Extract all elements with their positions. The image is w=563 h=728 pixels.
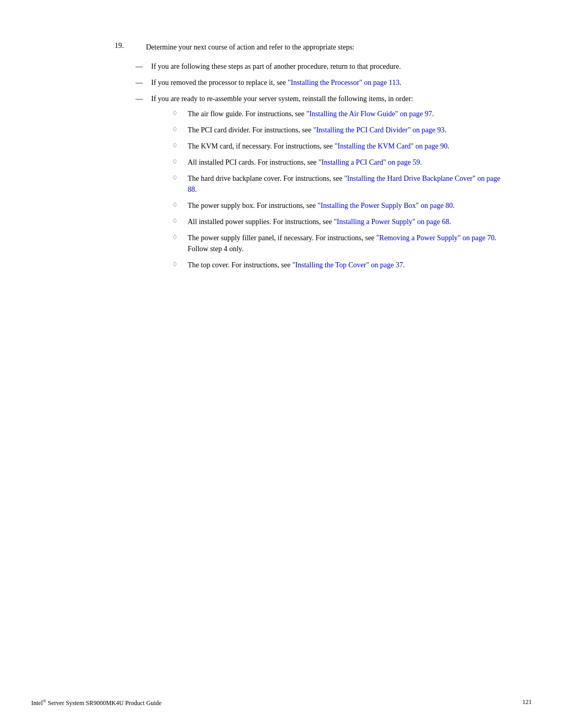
sub-bullet-list: ♢ The air flow guide. For instructions, … (172, 108, 500, 270)
link-pci-divider[interactable]: "Installing the PCI Card Divider" on pag… (313, 126, 445, 134)
dash-2: — (136, 77, 151, 88)
sub-bullet-item-backplane: ♢ The hard drive backplane cover. For in… (172, 173, 500, 195)
link-top-cover[interactable]: "Installing the Top Cover" on page 37 (292, 261, 403, 269)
sub-bullet-item-kvm: ♢ The KVM card, if necessary. For instru… (172, 141, 500, 152)
bullet-text-1: If you are following these steps as part… (151, 61, 401, 72)
diamond-icon-3: ♢ (172, 141, 188, 151)
link-ps-install[interactable]: "Installing a Power Supply" on page 68 (334, 218, 449, 226)
diamond-icon-9: ♢ (172, 260, 188, 269)
link-backplane[interactable]: "Installing the Hard Drive Backplane Cov… (188, 175, 500, 193)
bullet-list: — If you are following these steps as pa… (136, 61, 500, 276)
bullet-item-3: — If you are ready to re-assemble your s… (136, 93, 500, 276)
diamond-icon-6: ♢ (172, 200, 188, 210)
footer-left: Intel® Server System SR9000MK4U Product … (31, 698, 162, 707)
step-number: 19. (115, 42, 146, 53)
step-19: 19. Determine your next course of action… (115, 42, 500, 53)
bullet-text-2: If you removed the processor to replace … (151, 77, 401, 88)
sub-bullet-text-ps-box: The power supply box. For instructions, … (188, 200, 455, 211)
footer-page-number: 121 (522, 698, 532, 707)
sub-bullet-item-airflow: ♢ The air flow guide. For instructions, … (172, 108, 500, 119)
sub-bullet-text-pci-cards: All installed PCI cards. For instruction… (188, 157, 422, 168)
sub-bullet-text-ps-filler: The power supply filler panel, if necess… (188, 232, 500, 254)
diamond-icon-1: ♢ (172, 108, 188, 118)
page: 19. Determine your next course of action… (0, 0, 563, 728)
bullet-text-3: If you are ready to re-assemble your ser… (151, 95, 413, 103)
sub-bullet-text-top-cover: The top cover. For instructions, see "In… (188, 260, 405, 270)
sub-bullet-item-pci-cards: ♢ All installed PCI cards. For instructi… (172, 157, 500, 168)
diamond-icon-8: ♢ (172, 232, 188, 242)
diamond-icon-7: ♢ (172, 216, 188, 226)
link-kvm[interactable]: "Installing the KVM Card" on page 90 (335, 142, 448, 150)
bullet-item-1: — If you are following these steps as pa… (136, 61, 500, 72)
sub-bullet-text-airflow: The air flow guide. For instructions, se… (188, 108, 434, 119)
step-intro-text: Determine your next course of action and… (146, 42, 354, 53)
sub-bullet-text-backplane: The hard drive backplane cover. For inst… (188, 173, 500, 195)
link-airflow[interactable]: "Installing the Air Flow Guide" on page … (306, 110, 432, 118)
diamond-icon-5: ♢ (172, 173, 188, 183)
link-ps-filler[interactable]: "Removing a Power Supply" on page 70 (376, 234, 495, 242)
footer: Intel® Server System SR9000MK4U Product … (0, 698, 563, 707)
sub-bullet-item-ps-install: ♢ All installed power supplies. For inst… (172, 216, 500, 227)
sub-bullet-item-ps-filler: ♢ The power supply filler panel, if nece… (172, 232, 500, 254)
dash-3: — (136, 93, 151, 104)
diamond-icon-4: ♢ (172, 157, 188, 167)
dash-1: — (136, 61, 151, 72)
link-ps-box[interactable]: "Installing the Power Supply Box" on pag… (317, 202, 452, 209)
sub-bullet-item-ps-box: ♢ The power supply box. For instructions… (172, 200, 500, 211)
sub-bullet-text-pci-divider: The PCI card divider. For instructions, … (188, 125, 446, 135)
sub-bullet-text-kvm: The KVM card, if necessary. For instruct… (188, 141, 449, 152)
link-pci-cards[interactable]: "Installing a PCI Card" on page 59 (319, 158, 420, 166)
main-content: 19. Determine your next course of action… (115, 42, 500, 276)
diamond-icon-2: ♢ (172, 125, 188, 134)
bullet-item-2: — If you removed the processor to replac… (136, 77, 500, 88)
sub-bullet-text-ps-install: All installed power supplies. For instru… (188, 216, 451, 227)
link-processor[interactable]: "Installing the Processor" on page 113 (288, 79, 399, 87)
bullet-3-content: If you are ready to re-assemble your ser… (151, 93, 500, 276)
sub-bullet-item-pci-divider: ♢ The PCI card divider. For instructions… (172, 125, 500, 135)
sub-bullet-item-top-cover: ♢ The top cover. For instructions, see "… (172, 260, 500, 270)
